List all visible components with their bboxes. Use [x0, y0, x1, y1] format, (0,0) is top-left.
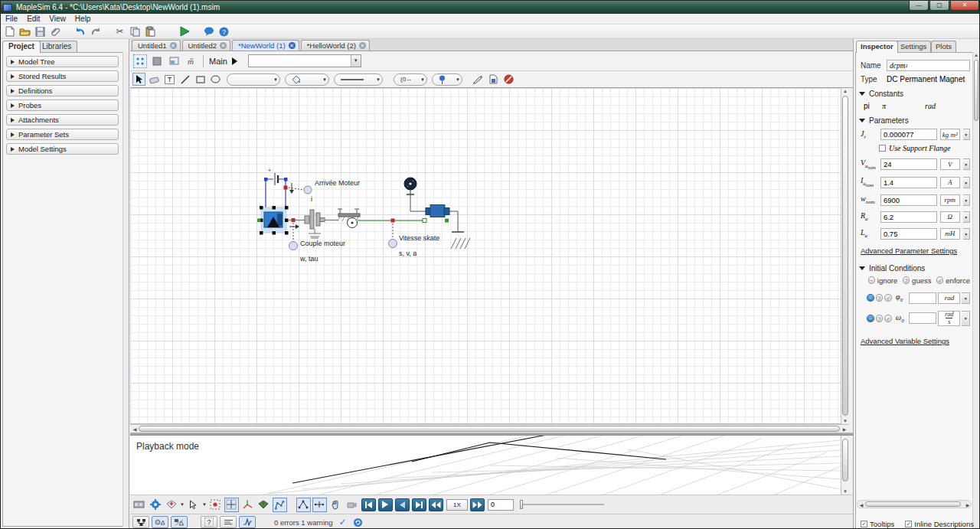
phi0-enforce-button[interactable]: ✓ [884, 294, 892, 302]
scroll-left-icon[interactable]: ◀ [858, 502, 865, 508]
3d-view-scrollbar[interactable]: ▼ [841, 436, 849, 495]
copy-icon[interactable] [129, 26, 142, 38]
initial-conditions-header[interactable]: Initial Conditions [859, 264, 972, 273]
3d-view-button[interactable] [152, 516, 168, 528]
chevron-down-icon[interactable]: ▼ [963, 177, 970, 188]
line-tool-icon[interactable] [178, 73, 191, 86]
diagram-view-button[interactable] [132, 516, 149, 528]
canvas-vertical-scrollbar[interactable]: ▲ ▼ [841, 88, 849, 424]
subsystem-combobox[interactable]: ▼ [248, 54, 361, 67]
movie-export-icon[interactable] [132, 498, 146, 512]
phi0-guess-button[interactable]: ? [876, 294, 884, 302]
select-tool-icon[interactable] [132, 73, 145, 86]
attachment-icon[interactable] [49, 26, 62, 38]
model-canvas[interactable]: + Arrivée Moteur i Couple moteur w, tau [130, 88, 841, 424]
param-Ianom-input[interactable] [880, 177, 937, 188]
inline-descriptions-checkbox[interactable]: ✓ [905, 521, 912, 527]
combined-view-button[interactable] [171, 516, 188, 528]
text-tool-icon[interactable]: T [163, 73, 176, 86]
comment-icon[interactable] [202, 26, 215, 38]
menu-view[interactable]: View [44, 15, 70, 23]
snapshot-icon[interactable] [167, 54, 181, 68]
param-Vanom-input[interactable] [880, 158, 937, 170]
disable-icon[interactable] [502, 73, 515, 86]
tab-inspector[interactable]: Inspector [856, 41, 898, 53]
omega0-enforce-button[interactable]: ✓ [884, 315, 892, 322]
inline-descriptions-toggle[interactable]: ✓ Inline Descriptions [905, 520, 974, 528]
scroll-right-icon[interactable]: ▶ [841, 426, 848, 432]
camera-view-icon[interactable] [164, 498, 178, 512]
breadcrumb-main[interactable]: Main [209, 57, 227, 66]
section-model-tree[interactable]: Model Tree [6, 56, 119, 67]
eraser-tool-icon[interactable] [148, 73, 161, 86]
open-file-icon[interactable] [18, 26, 31, 38]
param-La-input[interactable] [880, 228, 937, 240]
skip-end-button[interactable] [412, 498, 426, 511]
3d-select-icon[interactable] [186, 498, 201, 512]
tab-settings[interactable]: Settings [896, 41, 931, 52]
scroll-up-icon[interactable]: ▲ [841, 89, 849, 93]
param-wnom-input[interactable] [880, 194, 937, 206]
skip-start-button[interactable] [361, 498, 376, 511]
redo-icon[interactable] [89, 26, 102, 38]
doc-tab-untitled2[interactable]: Untitled2✕ [182, 40, 231, 51]
step-back-button[interactable] [395, 498, 410, 511]
advanced-variable-settings-link[interactable]: Advanced Variable Settings [861, 337, 970, 345]
section-stored-results[interactable]: Stored Results [6, 70, 119, 82]
omega0-guess-button[interactable]: ? [876, 315, 884, 322]
name-field[interactable]: dcpm1 [887, 60, 970, 71]
chevron-down-icon[interactable]: ▼ [963, 129, 970, 140]
close-tab-icon[interactable]: ✕ [170, 42, 177, 49]
pan-hand-icon[interactable] [328, 498, 343, 512]
phi0-input[interactable] [909, 292, 936, 304]
port-style-picker[interactable]: (0↔▼ [394, 73, 427, 86]
section-probes[interactable]: Probes [6, 100, 119, 111]
chevron-down-icon[interactable]: ▼ [202, 502, 207, 507]
grid-toggle-icon[interactable] [224, 498, 239, 512]
paste-icon[interactable] [144, 26, 157, 38]
trace-lines-icon[interactable] [273, 498, 287, 512]
show-geometry-icon[interactable] [256, 498, 271, 512]
omega0-ignore-button[interactable]: − [867, 315, 874, 322]
focus-object-icon[interactable] [208, 498, 223, 512]
tab-plots[interactable]: Plots [931, 41, 956, 52]
probe-pane-button[interactable] [239, 516, 256, 528]
attach-camera-icon[interactable] [345, 498, 359, 512]
chevron-down-icon[interactable]: ▼ [963, 194, 970, 206]
rectangle-tool-icon[interactable] [194, 73, 207, 86]
settings-gear-icon[interactable] [148, 498, 162, 512]
tooltips-checkbox[interactable]: ✓ [861, 521, 867, 527]
chevron-down-icon[interactable]: ▼ [962, 311, 970, 326]
scroll-up-icon[interactable]: ▲ [972, 53, 980, 57]
fill-color-picker[interactable]: ▼ [285, 73, 329, 86]
chevron-down-icon[interactable]: ▼ [963, 158, 970, 170]
close-tab-icon[interactable]: ✕ [359, 42, 366, 49]
constants-header[interactable]: Constants [859, 90, 972, 98]
tooltips-toggle[interactable]: ✓ Tooltips [861, 520, 894, 528]
angle-constraint-icon[interactable] [296, 498, 311, 512]
line-style-picker[interactable]: ▼ [334, 73, 383, 86]
param-Jr-input[interactable] [880, 129, 937, 140]
document-properties-icon[interactable] [487, 73, 500, 86]
run-simulation-icon[interactable] [178, 26, 191, 38]
section-model-settings[interactable]: Model Settings [6, 143, 119, 155]
param-Ra-input[interactable] [880, 211, 937, 223]
timeline-slider[interactable] [520, 504, 604, 505]
ellipse-tool-icon[interactable] [209, 73, 222, 86]
scroll-right-icon[interactable]: ▶ [964, 502, 972, 508]
tab-project[interactable]: Project [2, 41, 41, 53]
help-pane-button[interactable]: ? [201, 516, 217, 528]
doc-tab-untitled1[interactable]: Untitled1✕ [132, 40, 181, 51]
time-input[interactable] [488, 499, 514, 511]
dimension-icon[interactable] [312, 498, 327, 512]
section-definitions[interactable]: Definitions [6, 85, 119, 96]
rewind-button[interactable] [429, 498, 443, 511]
signature-tool-icon[interactable] [472, 73, 485, 86]
probe-manager-icon[interactable]: m̋ [184, 54, 198, 68]
chevron-down-icon[interactable]: ▼ [963, 228, 970, 240]
help-icon[interactable]: ? [217, 26, 230, 38]
cut-icon[interactable]: ✂ [113, 26, 126, 38]
play-button[interactable] [378, 498, 393, 511]
omega0-input[interactable] [909, 312, 936, 324]
close-tab-icon[interactable]: ✕ [220, 42, 227, 49]
